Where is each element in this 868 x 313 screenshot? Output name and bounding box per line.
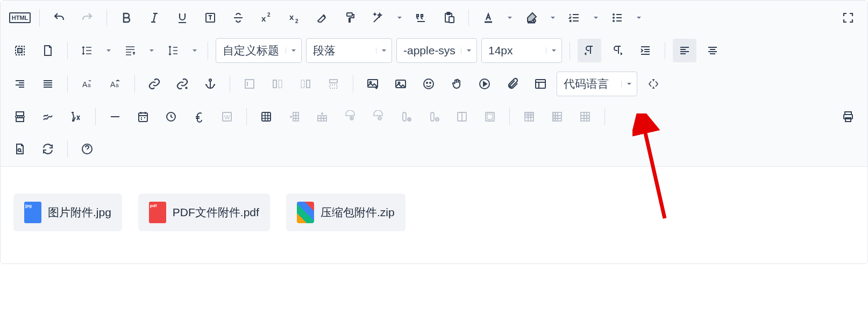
align-left-button[interactable]	[673, 39, 696, 62]
attachment-button[interactable]	[501, 72, 524, 96]
row-disabled-button	[322, 72, 345, 96]
editor-content[interactable]: jpg 图片附件.jpg pdf PDF文件附件.pdf 压缩包附件.zip	[1, 167, 867, 264]
subscript-button[interactable]: x2	[282, 6, 306, 30]
svg-text:A: A	[110, 80, 116, 89]
unlink-button[interactable]	[170, 72, 194, 96]
strikethrough-button[interactable]	[226, 6, 250, 30]
ltr-button[interactable]	[578, 39, 601, 62]
line-spacing-button[interactable]	[75, 39, 99, 62]
svg-text:W: W	[224, 114, 230, 120]
font-increase-button[interactable]: Aa	[103, 72, 127, 96]
table-button[interactable]	[254, 105, 278, 129]
unordered-list-button[interactable]	[606, 6, 629, 30]
layout-button[interactable]	[529, 72, 552, 96]
align-center-button[interactable]	[701, 39, 724, 62]
svg-rect-28	[301, 80, 304, 88]
separator	[246, 108, 247, 125]
headings-select[interactable]: 自定义标题	[216, 38, 302, 63]
image-button[interactable]	[361, 72, 385, 96]
col-after-button	[294, 72, 317, 96]
video-button[interactable]	[473, 72, 496, 96]
background-color-button[interactable]	[520, 6, 543, 30]
undo-button[interactable]	[47, 6, 71, 30]
horizontal-rule-button[interactable]	[103, 105, 127, 129]
scribble-button[interactable]	[36, 105, 60, 129]
svg-text:x: x	[261, 14, 266, 23]
line-height-button[interactable]	[161, 39, 185, 62]
refresh-button[interactable]	[36, 137, 60, 161]
rtl-button[interactable]	[606, 39, 629, 62]
underline-button[interactable]	[170, 6, 194, 30]
preview-button[interactable]	[8, 137, 32, 161]
html-source-button[interactable]: HTML	[8, 6, 32, 30]
svg-point-16	[613, 20, 614, 22]
format-painter-button[interactable]	[338, 6, 362, 30]
gesture-button[interactable]	[445, 72, 468, 96]
dropdown-caret[interactable]	[590, 6, 601, 30]
currency-button[interactable]	[187, 105, 211, 129]
new-page-button[interactable]	[36, 39, 60, 62]
date-button[interactable]	[131, 105, 155, 129]
svg-rect-56	[487, 114, 493, 119]
attachment-item[interactable]: jpg 图片附件.jpg	[13, 194, 122, 231]
font-family-select[interactable]: -apple-sys	[396, 38, 477, 63]
attachment-item[interactable]: pdf PDF文件附件.pdf	[138, 194, 270, 231]
code-language-select[interactable]: 代码语言	[557, 72, 637, 96]
dropdown-caret[interactable]	[189, 39, 200, 62]
dropdown-caret[interactable]	[146, 39, 157, 62]
anchor-button[interactable]	[198, 72, 222, 96]
bold-button[interactable]	[115, 6, 138, 30]
svg-point-35	[424, 79, 433, 89]
emoji-button[interactable]	[417, 72, 440, 96]
attachment-name: PDF文件附件.pdf	[173, 205, 259, 220]
svg-point-65	[18, 149, 21, 152]
print-button[interactable]	[836, 105, 860, 129]
svg-rect-60	[553, 112, 556, 121]
svg-rect-39	[536, 80, 545, 88]
svg-rect-26	[279, 80, 282, 88]
italic-button[interactable]	[143, 6, 166, 30]
font-size-select[interactable]: 14px	[481, 38, 562, 63]
page-break-button[interactable]	[8, 105, 32, 129]
magic-wand-button[interactable]	[366, 6, 390, 30]
superscript-button[interactable]: x2	[254, 6, 278, 30]
separator	[95, 108, 96, 125]
fullscreen-button[interactable]	[836, 6, 860, 30]
merge-cell-button	[478, 105, 502, 129]
svg-point-14	[613, 14, 614, 15]
svg-rect-8	[347, 13, 352, 16]
link-button[interactable]	[143, 72, 166, 96]
dropdown-caret[interactable]	[103, 39, 114, 62]
svg-rect-27	[307, 80, 310, 88]
time-button[interactable]	[159, 105, 183, 129]
erase-format-button[interactable]	[310, 6, 334, 30]
quote-button[interactable]	[409, 6, 433, 30]
outdent-disabled-button	[238, 72, 261, 96]
align-right-button[interactable]	[8, 72, 32, 96]
code-block-button[interactable]	[642, 72, 665, 96]
attachment-name: 图片附件.jpg	[48, 205, 111, 220]
separator	[134, 75, 135, 93]
image-gallery-button[interactable]	[389, 72, 412, 96]
attachment-item[interactable]: 压缩包附件.zip	[286, 194, 405, 231]
paragraph-spacing-button[interactable]	[118, 39, 142, 62]
formula-button[interactable]	[64, 105, 88, 129]
svg-line-2	[153, 13, 155, 22]
font-decrease-button[interactable]: Aa	[75, 72, 99, 96]
textbox-button[interactable]	[198, 6, 222, 30]
paste-button[interactable]	[437, 6, 461, 30]
dropdown-caret[interactable]	[504, 6, 515, 30]
align-justify-button[interactable]	[36, 72, 60, 96]
text-color-button[interactable]	[476, 6, 500, 30]
svg-text:2: 2	[267, 12, 271, 18]
help-button[interactable]	[75, 137, 99, 161]
dropdown-caret[interactable]	[394, 6, 405, 30]
redo-button[interactable]	[75, 6, 99, 30]
dropdown-caret[interactable]	[547, 6, 558, 30]
dropdown-caret[interactable]	[634, 6, 644, 30]
block-format-select[interactable]: 段落	[306, 38, 392, 63]
indent-button[interactable]	[634, 39, 657, 62]
separator	[604, 108, 605, 125]
select-all-button[interactable]	[8, 39, 32, 62]
ordered-list-button[interactable]	[563, 6, 586, 30]
